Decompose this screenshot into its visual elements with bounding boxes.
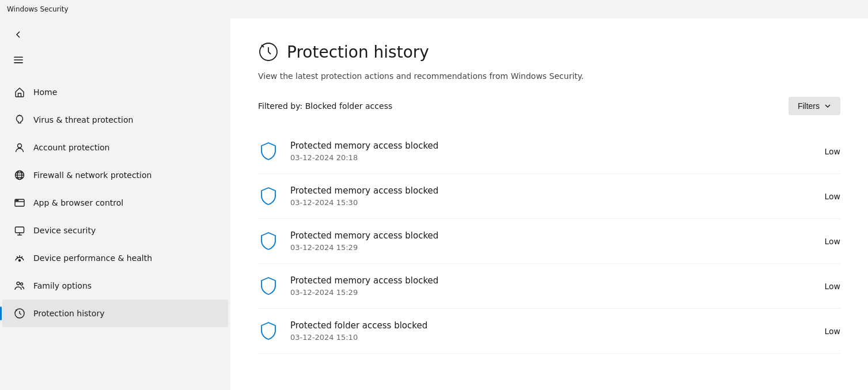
protection-history-page-icon	[258, 41, 279, 62]
sidebar-item-protection-history-label: Protection history	[33, 309, 104, 318]
history-item[interactable]: Protected memory access blocked 03-12-20…	[258, 264, 840, 309]
svg-rect-16	[16, 227, 24, 233]
filters-button-label: Filters	[798, 101, 820, 111]
page-header-icon	[258, 41, 279, 62]
history-item-date-0: 03-12-2024 20:18	[290, 153, 800, 162]
history-item-info-2: Protected memory access blocked 03-12-20…	[290, 230, 800, 252]
page-title: Protection history	[287, 43, 429, 62]
history-item-shield-icon-3	[258, 276, 279, 297]
sidebar-item-home-label: Home	[33, 88, 57, 97]
chevron-down-icon	[824, 103, 831, 109]
sidebar-item-performance[interactable]: Device performance & health	[2, 244, 228, 272]
sidebar-item-performance-label: Device performance & health	[33, 253, 152, 263]
sidebar-item-device-security-label: Device security	[33, 226, 96, 235]
filter-row: Filtered by: Blocked folder access Filte…	[258, 97, 840, 115]
history-item-severity-1: Low	[812, 192, 840, 201]
sidebar: Home Virus & threat protection	[0, 18, 230, 390]
history-item[interactable]: Protected folder access blocked 03-12-20…	[258, 309, 840, 354]
device-security-icon	[14, 225, 25, 236]
history-item[interactable]: Protected memory access blocked 03-12-20…	[258, 219, 840, 264]
sidebar-item-device-security[interactable]: Device security	[2, 217, 228, 244]
history-item-info-0: Protected memory access blocked 03-12-20…	[290, 141, 800, 162]
history-item-info-4: Protected folder access blocked 03-12-20…	[290, 320, 800, 342]
history-item-severity-0: Low	[812, 147, 840, 156]
account-icon	[14, 142, 25, 153]
sidebar-nav: Home Virus & threat protection	[0, 78, 230, 327]
menu-button[interactable]	[9, 51, 28, 69]
history-item-date-1: 03-12-2024 15:30	[290, 198, 800, 207]
history-item-title-2: Protected memory access blocked	[290, 230, 800, 241]
home-icon	[14, 86, 25, 98]
svg-rect-2	[14, 62, 23, 63]
virus-icon	[14, 114, 25, 126]
back-button[interactable]	[9, 25, 28, 44]
sidebar-item-firewall[interactable]: Firewall & network protection	[2, 161, 228, 189]
history-item[interactable]: Protected memory access blocked 03-12-20…	[258, 129, 840, 174]
hamburger-icon	[13, 55, 24, 65]
filters-button[interactable]: Filters	[789, 97, 840, 115]
history-item-shield-icon-1	[258, 186, 279, 207]
family-icon	[14, 280, 25, 291]
history-icon	[14, 308, 25, 319]
svg-point-20	[17, 282, 20, 285]
history-item-shield-icon-0	[258, 141, 279, 162]
back-icon	[14, 30, 23, 39]
sidebar-item-browser-label: App & browser control	[33, 198, 123, 207]
svg-rect-1	[14, 59, 23, 60]
history-item-shield-icon-4	[258, 321, 279, 342]
performance-icon	[14, 252, 25, 264]
sidebar-item-protection-history[interactable]: Protection history	[2, 300, 228, 327]
svg-line-4	[21, 115, 21, 116]
history-item-title-0: Protected memory access blocked	[290, 141, 800, 151]
svg-point-15	[17, 200, 18, 201]
svg-point-21	[21, 283, 23, 285]
svg-rect-0	[14, 56, 23, 58]
history-item-date-2: 03-12-2024 15:29	[290, 243, 800, 252]
sidebar-item-firewall-label: Firewall & network protection	[33, 171, 151, 180]
browser-icon	[14, 197, 25, 209]
sidebar-item-browser[interactable]: App & browser control	[2, 189, 228, 217]
history-item-info-3: Protected memory access blocked 03-12-20…	[290, 275, 800, 297]
history-item-shield-icon-2	[258, 231, 279, 252]
app-container: Home Virus & threat protection	[0, 18, 868, 390]
title-bar: Windows Security	[0, 0, 868, 18]
page-header: Protection history	[258, 41, 840, 62]
svg-point-19	[19, 260, 21, 262]
sidebar-controls	[0, 18, 230, 51]
main-content: Protection history View the latest prote…	[230, 18, 868, 390]
svg-point-6	[18, 144, 22, 148]
history-item-date-3: 03-12-2024 15:29	[290, 288, 800, 297]
history-list: Protected memory access blocked 03-12-20…	[258, 129, 840, 354]
app-title: Windows Security	[7, 5, 69, 13]
sidebar-item-home[interactable]: Home	[2, 78, 228, 106]
sidebar-item-account-label: Account protection	[33, 143, 110, 152]
sidebar-item-account[interactable]: Account protection	[2, 134, 228, 161]
history-item-title-4: Protected folder access blocked	[290, 320, 800, 331]
svg-line-5	[18, 115, 18, 116]
history-item-severity-3: Low	[812, 282, 840, 291]
filter-label: Filtered by: Blocked folder access	[258, 101, 392, 111]
history-item-severity-2: Low	[812, 237, 840, 246]
sidebar-item-virus[interactable]: Virus & threat protection	[2, 106, 228, 134]
page-subtitle: View the latest protection actions and r…	[258, 71, 840, 81]
history-item-date-4: 03-12-2024 15:10	[290, 333, 800, 342]
svg-point-14	[16, 200, 17, 201]
history-item-info-1: Protected memory access blocked 03-12-20…	[290, 185, 800, 207]
history-item-title-1: Protected memory access blocked	[290, 185, 800, 196]
history-item-severity-4: Low	[812, 327, 840, 336]
firewall-icon	[14, 169, 25, 181]
sidebar-item-virus-label: Virus & threat protection	[33, 115, 133, 124]
sidebar-item-family-label: Family options	[33, 281, 92, 290]
sidebar-item-family[interactable]: Family options	[2, 272, 228, 300]
history-item[interactable]: Protected memory access blocked 03-12-20…	[258, 174, 840, 219]
history-item-title-3: Protected memory access blocked	[290, 275, 800, 286]
